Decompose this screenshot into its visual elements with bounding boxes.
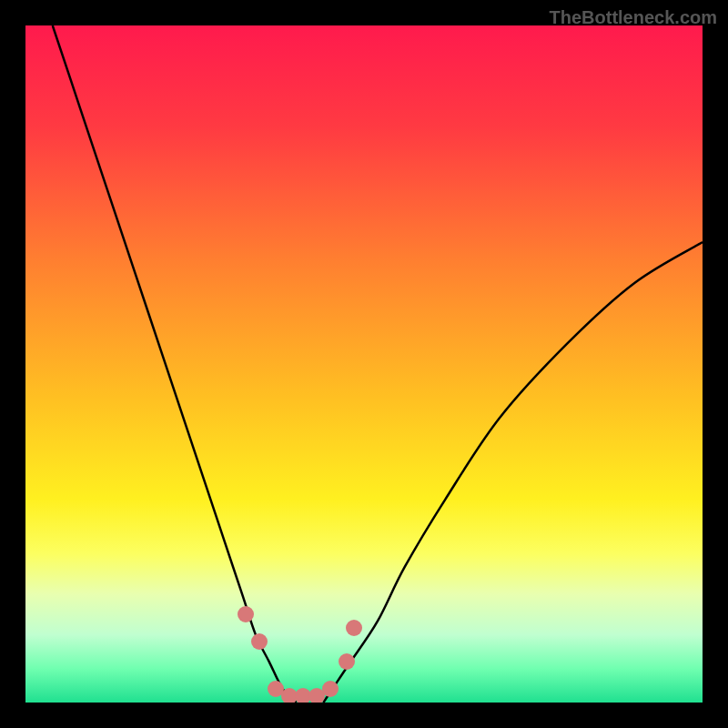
data-marker: [346, 620, 362, 636]
data-marker: [322, 681, 339, 697]
data-marker: [251, 633, 268, 650]
chart-container: [25, 25, 703, 703]
marker-layer: [25, 25, 703, 703]
watermark-text: TheBottleneck.com: [550, 7, 717, 28]
data-marker: [238, 606, 254, 622]
data-marker: [339, 653, 355, 670]
